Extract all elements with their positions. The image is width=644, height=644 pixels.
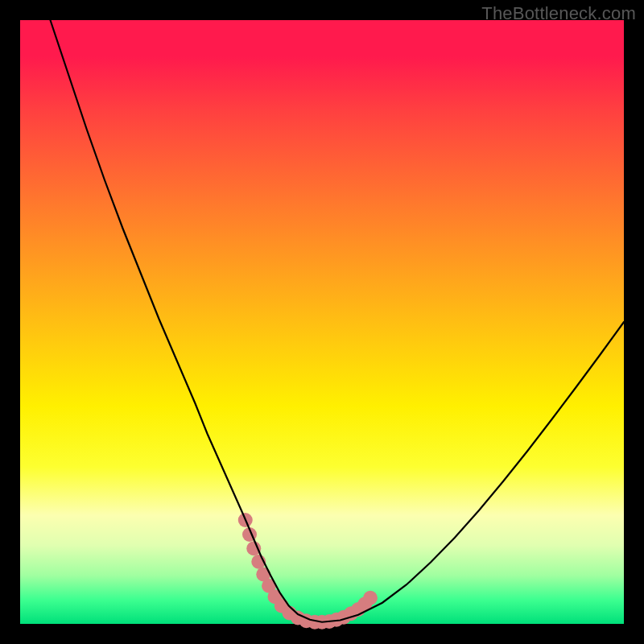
highlight-dots [238, 513, 378, 630]
bottleneck-curve [51, 20, 625, 622]
watermark-text: TheBottleneck.com [481, 3, 636, 24]
highlight-dot [363, 591, 378, 605]
chart-svg [20, 20, 624, 624]
plot-area [20, 20, 624, 624]
chart-frame: TheBottleneck.com [0, 0, 644, 644]
highlight-dot [246, 541, 261, 555]
